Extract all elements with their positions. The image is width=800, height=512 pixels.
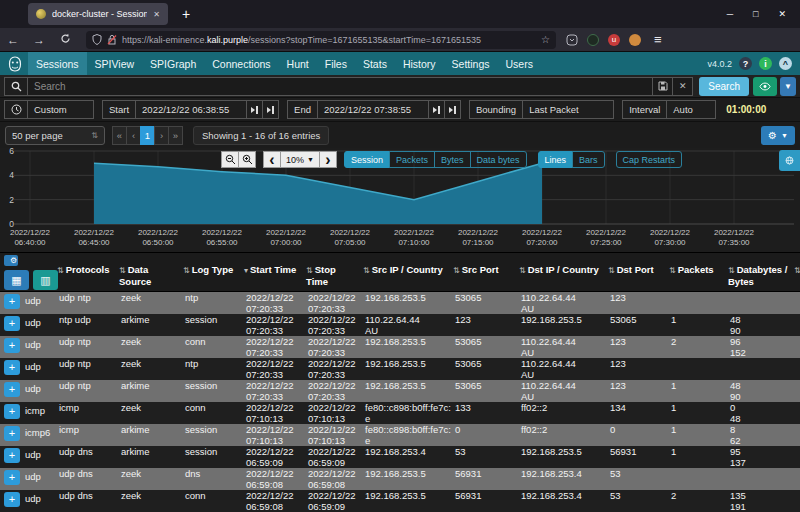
back-button[interactable]: ← <box>0 33 26 47</box>
table-row[interactable]: +udpntp udparkimesession2022/12/2207:20:… <box>0 314 800 336</box>
nav-item-users[interactable]: Users <box>498 52 541 75</box>
nav-item-spigraph[interactable]: SPIGraph <box>142 52 204 75</box>
save-search-button[interactable] <box>653 77 673 96</box>
arkime-logo-icon[interactable] <box>6 55 24 73</box>
url-bar[interactable]: https://kali-eminence.kali.purple/sessio… <box>86 31 556 49</box>
next-page-button[interactable]: › <box>154 126 169 145</box>
time-range-button[interactable] <box>4 100 28 119</box>
info-icon[interactable]: i <box>759 57 772 70</box>
expand-session-button[interactable]: + <box>4 382 20 397</box>
search-input[interactable] <box>28 77 653 96</box>
bounding-select[interactable]: Last Packet <box>522 100 614 119</box>
metric-session-toggle[interactable]: Session <box>344 151 390 168</box>
sort-icon[interactable]: ⇅ <box>453 266 460 275</box>
column-header-log-type[interactable]: ⇅Log Type <box>181 253 242 291</box>
expand-session-button[interactable]: + <box>4 470 20 485</box>
prev-page-button[interactable]: ‹ <box>126 126 141 145</box>
metric-bytes-toggle[interactable]: Bytes <box>434 151 471 168</box>
column-header-databytes-bytes[interactable]: ⇅Databytes / Bytes <box>726 253 792 291</box>
sort-icon[interactable]: ⇅ <box>57 266 64 275</box>
table-row[interactable]: +udpudp dnszeekdns2022/12/2206:59:082022… <box>0 468 800 490</box>
new-tab-button[interactable]: + <box>182 6 190 22</box>
close-tab-icon[interactable]: ✕ <box>153 10 160 19</box>
first-page-button[interactable]: « <box>112 126 127 145</box>
current-page-button[interactable]: 1 <box>140 126 155 145</box>
zoom-percent-select[interactable]: 10%▼ <box>280 151 320 168</box>
table-row[interactable]: +udpudp ntparkimesession2022/12/2207:20:… <box>0 380 800 402</box>
help-icon[interactable]: ? <box>739 57 752 70</box>
expand-session-button[interactable]: + <box>4 426 20 441</box>
table-row[interactable]: +udpudp dnsarkimesession2022/12/2206:59:… <box>0 446 800 468</box>
column-header-packets[interactable]: ⇅Packets <box>667 253 726 291</box>
views-eye-button[interactable] <box>753 77 777 96</box>
browser-tab[interactable]: docker-cluster - Sessions ✕ <box>28 3 168 25</box>
sort-icon[interactable]: ⇅ <box>306 266 313 275</box>
sort-icon[interactable]: ⇅ <box>669 266 676 275</box>
interval-select[interactable]: Auto <box>666 100 716 119</box>
column-header-protocols[interactable]: ⇅Protocols <box>55 253 117 291</box>
time-range-select[interactable]: Custom <box>28 100 94 119</box>
sort-icon[interactable]: ⇅ <box>728 266 735 275</box>
table-settings-button[interactable]: ⚙ <box>4 255 18 266</box>
extension-icon-1[interactable] <box>587 34 599 46</box>
sort-icon[interactable]: ⇅ <box>119 266 126 275</box>
window-maximize-button[interactable]: □ <box>753 9 758 19</box>
sort-icon[interactable]: ▾ <box>244 266 248 275</box>
cap-restarts-toggle[interactable]: Cap Restarts <box>616 151 683 168</box>
style-lines-toggle[interactable]: Lines <box>538 151 574 168</box>
search-button[interactable]: Search <box>699 77 749 96</box>
nav-item-sessions[interactable]: Sessions <box>28 52 87 75</box>
window-minimize-button[interactable]: ─ <box>727 9 733 19</box>
nav-item-files[interactable]: Files <box>317 52 355 75</box>
column-header-stop-time[interactable]: ⇅Stop Time <box>304 253 361 291</box>
toggle-grid-button[interactable]: ▦ <box>4 270 29 290</box>
zoom-in-button[interactable] <box>238 151 256 168</box>
column-header-start-time[interactable]: ▾Start Time <box>242 253 304 291</box>
column-header-data-source[interactable]: ⇅Data Source <box>117 253 181 291</box>
pocket-extension-icon[interactable] <box>566 34 578 46</box>
window-close-button[interactable]: ✕ <box>778 9 786 19</box>
expand-session-button[interactable]: + <box>4 360 20 375</box>
column-header-src-port[interactable]: ⇅Src Port <box>451 253 517 291</box>
shield-icon[interactable] <box>92 34 102 45</box>
expand-session-button[interactable]: + <box>4 316 20 331</box>
end-time-step-forward-button[interactable] <box>445 100 461 119</box>
table-row[interactable]: +udpudp ntpzeekntp2022/12/2207:20:332022… <box>0 292 800 314</box>
table-row[interactable]: +icmpicmpzeekconn2022/12/2207:10:132022/… <box>0 402 800 424</box>
column-header-dst-port[interactable]: ⇅Dst Port <box>606 253 667 291</box>
end-time-input[interactable] <box>317 100 429 119</box>
expand-session-button[interactable]: + <box>4 294 20 309</box>
zoom-out-button[interactable] <box>221 151 239 168</box>
nav-item-settings[interactable]: Settings <box>444 52 498 75</box>
forward-button[interactable]: → <box>26 33 52 47</box>
table-row[interactable]: +udpudp dnszeekconn2022/12/2206:59:08202… <box>0 490 800 512</box>
nav-item-hunt[interactable]: Hunt <box>279 52 317 75</box>
expand-session-button[interactable]: + <box>4 448 20 463</box>
collapse-up-icon[interactable]: ^ <box>779 57 792 70</box>
end-time-step-back-button[interactable] <box>429 100 445 119</box>
menu-icon[interactable]: ≡ <box>654 32 662 47</box>
clear-search-button[interactable]: ✕ <box>673 77 693 96</box>
search-expression-button[interactable] <box>4 77 28 96</box>
nav-item-spiview[interactable]: SPIView <box>87 52 143 75</box>
last-page-button[interactable]: » <box>168 126 183 145</box>
start-time-step-back-button[interactable] <box>247 100 263 119</box>
nav-item-history[interactable]: History <box>395 52 444 75</box>
map-globe-button[interactable] <box>779 150 800 171</box>
column-header-src-ip-country[interactable]: ⇅Src IP / Country <box>361 253 451 291</box>
insecure-lock-icon[interactable] <box>107 34 117 45</box>
per-page-select[interactable]: 50 per page⇅ <box>5 126 105 145</box>
bookmark-star-icon[interactable]: ☆ <box>541 34 550 45</box>
start-time-input[interactable] <box>135 100 247 119</box>
style-bars-toggle[interactable]: Bars <box>572 151 605 168</box>
sort-icon[interactable]: ⇅ <box>363 266 370 275</box>
pan-left-button[interactable]: ‹ <box>263 151 281 168</box>
sort-icon[interactable]: ⇅ <box>608 266 615 275</box>
expand-session-button[interactable]: + <box>4 492 20 507</box>
sort-icon[interactable]: ⇅ <box>519 266 526 275</box>
table-row[interactable]: +udpudp ntpzeekntp2022/12/2207:20:332022… <box>0 358 800 380</box>
pan-right-button[interactable]: › <box>319 151 337 168</box>
expand-session-button[interactable]: + <box>4 338 20 353</box>
table-row[interactable]: +icmp6icmparkimesession2022/12/2207:10:1… <box>0 424 800 446</box>
reload-button[interactable] <box>52 33 78 47</box>
